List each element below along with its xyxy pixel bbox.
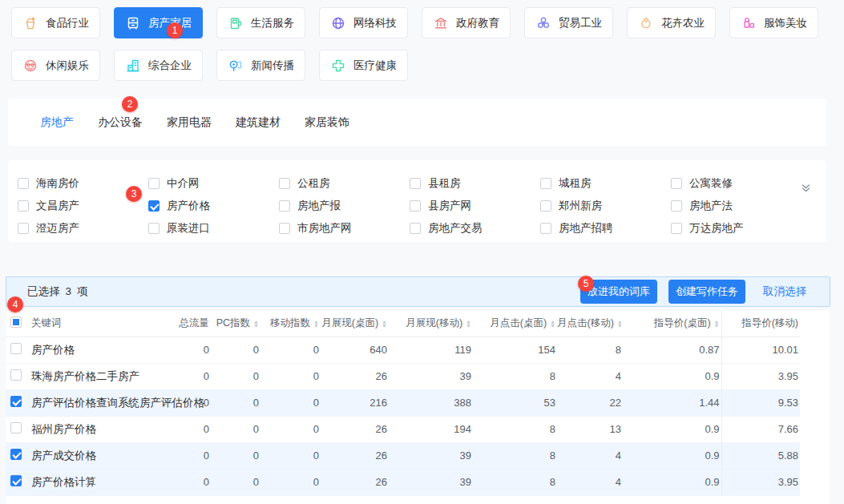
- category-label: 政府教育: [456, 16, 499, 30]
- sort-icon[interactable]: ▲▼: [466, 320, 471, 328]
- row-checkbox[interactable]: [10, 449, 22, 460]
- category-button[interactable]: 医疗健康: [319, 50, 408, 81]
- keyword-filter-item[interactable]: 城租房: [540, 176, 671, 191]
- keyword-checkbox[interactable]: [540, 223, 551, 234]
- category-button[interactable]: 食品行业: [11, 7, 100, 38]
- double-chevron-down-icon[interactable]: [800, 182, 812, 197]
- keyword-checkbox[interactable]: [148, 223, 160, 234]
- keyword-checkbox[interactable]: [410, 200, 421, 212]
- keyword-checkbox[interactable]: [279, 178, 290, 189]
- keyword-filter-item[interactable]: 文昌房产: [18, 199, 148, 213]
- category-button[interactable]: 生活服务: [216, 7, 305, 38]
- category-button[interactable]: 服饰美妆: [729, 7, 818, 38]
- value-cell: 26: [321, 363, 389, 389]
- value-cell: 0: [211, 442, 260, 469]
- ice-cream-icon: [22, 15, 38, 31]
- keyword-filter-item[interactable]: 澄迈房产: [18, 221, 148, 236]
- globe-icon: [330, 15, 346, 31]
- create-writing-task-button[interactable]: 创建写作任务: [668, 280, 745, 304]
- sort-icon[interactable]: ▲▼: [313, 320, 319, 328]
- value-cell: 388: [389, 389, 473, 416]
- category-button[interactable]: 政府教育: [422, 7, 511, 38]
- category-button[interactable]: 网络科技: [319, 7, 408, 38]
- selection-summary: 已选择3项: [27, 284, 88, 299]
- value-cell: 0: [260, 469, 321, 495]
- value-cell: 0: [163, 416, 211, 442]
- keyword-filter-item[interactable]: 公寓装修: [671, 176, 802, 191]
- keyword-filter-item[interactable]: 房地产法: [671, 199, 802, 213]
- row-checkbox[interactable]: [10, 369, 22, 381]
- keyword-filter-item[interactable]: 房地产交易: [410, 221, 540, 236]
- keyword-filter-label: 郑州新房: [559, 199, 602, 213]
- category-button[interactable]: 休闲娱乐: [11, 50, 100, 81]
- keyword-filter-item[interactable]: 房产价格: [148, 199, 279, 213]
- category-button[interactable]: 贸易工业: [524, 7, 613, 38]
- keyword-filter-item[interactable]: 市房地产网: [279, 221, 410, 236]
- keyword-checkbox[interactable]: [18, 178, 29, 189]
- sort-icon[interactable]: ▲▼: [714, 320, 720, 328]
- keyword-checkbox[interactable]: [18, 200, 29, 212]
- sort-icon[interactable]: ▲▼: [253, 320, 259, 328]
- column-label: PC指数: [216, 317, 250, 330]
- keyword-filter-item[interactable]: 中介网: [148, 176, 279, 191]
- keyword-filter-item[interactable]: 房地产报: [279, 199, 410, 213]
- keyword-filter-item[interactable]: 房地产招聘: [540, 221, 671, 236]
- column-header[interactable]: 指导价(桌面)▲▼: [623, 311, 721, 337]
- column-header-inner: 指导价(移动): [741, 317, 798, 330]
- bank-icon: [433, 15, 449, 31]
- row-checkbox[interactable]: [10, 422, 22, 433]
- keyword-checkbox[interactable]: [671, 200, 682, 212]
- keyword-filter-item[interactable]: 县房产网: [410, 199, 540, 213]
- row-checkbox[interactable]: [10, 475, 22, 486]
- value-cell: 0: [211, 389, 260, 416]
- value-cell: 0.87: [623, 337, 721, 363]
- column-header[interactable]: 月展现(移动)▲▼: [389, 311, 473, 337]
- annotation-badge-1: 1: [167, 22, 183, 38]
- sort-icon[interactable]: ▲▼: [550, 320, 555, 328]
- keyword-checkbox[interactable]: [279, 200, 290, 212]
- row-checkbox-cell: [6, 416, 26, 442]
- select-all-checkbox[interactable]: [10, 317, 22, 328]
- column-header[interactable]: 移动指数▲▼: [260, 311, 321, 337]
- keyword-checkbox[interactable]: [540, 178, 551, 189]
- category-button[interactable]: 房产家居: [114, 7, 203, 38]
- keyword-checkbox[interactable]: [410, 223, 421, 234]
- keyword-checkbox[interactable]: [148, 200, 160, 212]
- keyword-filter-label: 海南房价: [36, 176, 79, 191]
- keyword-filter-item[interactable]: 郑州新房: [540, 199, 671, 213]
- tab-item[interactable]: 家用电器: [167, 115, 212, 130]
- column-header[interactable]: 月点击(桌面)▲▼: [473, 311, 557, 337]
- keyword-checkbox[interactable]: [410, 178, 421, 189]
- mug-kiosk-icon: [228, 15, 244, 31]
- category-row-2: 休闲娱乐综合企业新闻传播医疗健康: [11, 50, 408, 81]
- column-header[interactable]: PC指数▲▼: [211, 311, 260, 337]
- category-label: 花卉农业: [661, 16, 705, 30]
- keyword-checkbox[interactable]: [148, 178, 160, 189]
- keyword-checkbox[interactable]: [671, 223, 682, 234]
- column-header[interactable]: 月展现(桌面)▲▼: [321, 311, 389, 337]
- keyword-filter-item[interactable]: 原装进口: [148, 221, 279, 236]
- category-button[interactable]: 综合企业: [114, 50, 203, 81]
- keyword-checkbox[interactable]: [540, 200, 551, 212]
- keyword-filter-item[interactable]: 县租房: [410, 176, 540, 191]
- tab-item[interactable]: 建筑建材: [236, 115, 281, 130]
- sort-icon[interactable]: ▲▼: [617, 320, 623, 328]
- row-checkbox[interactable]: [10, 396, 22, 407]
- keyword-filter-label: 公租房: [297, 176, 330, 191]
- category-button[interactable]: 新闻传播: [216, 50, 305, 81]
- keyword-checkbox[interactable]: [18, 223, 29, 234]
- sort-icon[interactable]: ▲▼: [382, 320, 387, 328]
- tab-item[interactable]: 办公设备: [98, 115, 143, 130]
- category-label: 休闲娱乐: [46, 58, 89, 73]
- keyword-filter-item[interactable]: 万达房地产: [671, 221, 802, 236]
- cancel-selection-link[interactable]: 取消选择: [763, 284, 806, 299]
- tab-active[interactable]: 房地产: [40, 115, 74, 130]
- row-checkbox[interactable]: [10, 343, 22, 354]
- column-header[interactable]: 月点击(移动)▲▼: [557, 311, 623, 337]
- keyword-checkbox[interactable]: [279, 223, 290, 234]
- keyword-checkbox[interactable]: [671, 178, 682, 189]
- row-checkbox-cell: [6, 442, 26, 469]
- keyword-filter-item[interactable]: 公租房: [279, 176, 410, 191]
- category-button[interactable]: 花卉农业: [627, 7, 716, 38]
- tab-item[interactable]: 家居装饰: [305, 115, 349, 130]
